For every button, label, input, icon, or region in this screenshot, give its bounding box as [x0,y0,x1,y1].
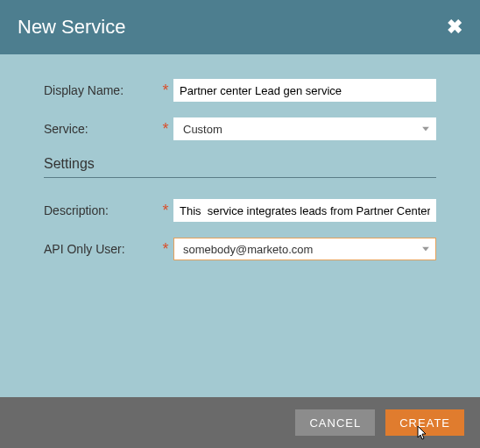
settings-divider [44,177,436,178]
api-only-user-select-wrap: somebody@marketo.com [173,238,436,260]
required-indicator: * [158,203,173,218]
create-button[interactable]: CREATE [385,409,464,436]
service-select-value: Custom [183,123,222,136]
service-label: Service: [44,122,158,136]
new-service-dialog: New Service ✖ Display Name: * Service: *… [0,0,480,448]
required-indicator: * [158,241,173,257]
api-only-user-label: API Only User: [44,242,158,256]
service-select[interactable]: Custom [173,117,436,140]
display-name-label: Display Name: [44,83,158,97]
description-label: Description: [44,203,158,217]
cancel-button[interactable]: CANCEL [295,409,375,436]
dialog-header: New Service ✖ [0,0,480,54]
dialog-title: New Service [18,16,125,39]
required-indicator: * [158,82,173,98]
description-input[interactable] [173,199,436,222]
description-row: Description: * [44,199,436,222]
close-icon[interactable]: ✖ [447,16,462,39]
dialog-body: Display Name: * Service: * Custom Settin… [0,54,480,397]
service-row: Service: * Custom [44,117,436,140]
api-only-user-row: API Only User: * somebody@marketo.com [44,238,436,260]
display-name-row: Display Name: * [44,79,436,102]
dialog-footer: CANCEL CREATE [0,397,480,448]
api-only-user-select-value: somebody@marketo.com [183,243,313,256]
service-select-wrap: Custom [173,117,436,140]
display-name-input[interactable] [173,79,436,102]
api-only-user-select[interactable]: somebody@marketo.com [173,238,436,260]
required-indicator: * [158,121,173,137]
settings-section-title: Settings [44,156,436,172]
